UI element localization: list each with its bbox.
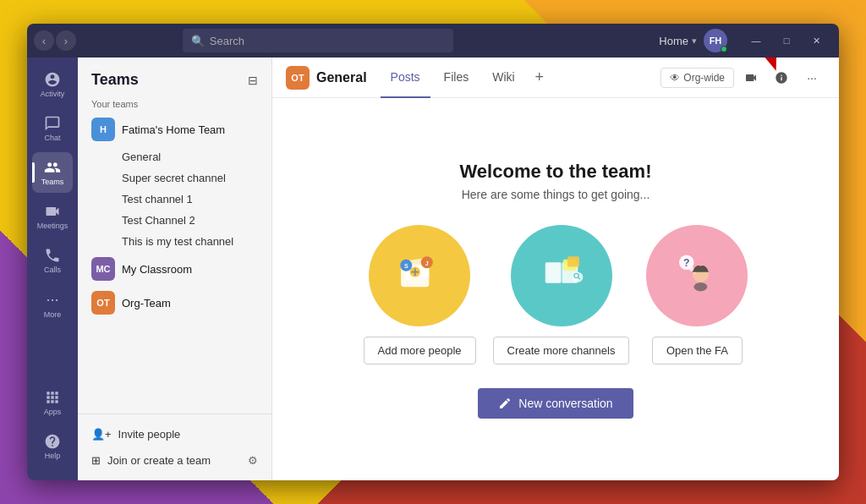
new-conversation-button[interactable]: New conversation bbox=[478, 388, 633, 419]
sidebar-item-calls[interactable]: Calls bbox=[32, 240, 73, 281]
add-tab-button[interactable]: + bbox=[529, 58, 551, 98]
sidebar-teams-label: Teams bbox=[41, 178, 64, 186]
channel-test-1[interactable]: Test channel 1 bbox=[78, 189, 271, 210]
active-indicator bbox=[32, 162, 35, 183]
add-people-card[interactable]: S J Add more people bbox=[364, 225, 476, 364]
sidebar-item-teams[interactable]: Teams bbox=[32, 152, 73, 193]
join-create-action[interactable]: ⊞ Join or create a team ⚙ bbox=[78, 447, 271, 474]
teams-bottom: 👤+ Invite people ⊞ Join or create a team… bbox=[78, 414, 271, 480]
chevron-down-icon: ▾ bbox=[692, 36, 697, 47]
open-fa-card[interactable]: ? Open the FA bbox=[646, 225, 748, 364]
team-classroom[interactable]: MC My Classroom ··· bbox=[78, 252, 271, 286]
action-cards: S J Add more people bbox=[364, 225, 748, 364]
invite-people-action[interactable]: 👤+ Invite people bbox=[78, 421, 271, 447]
add-more-people-button[interactable]: Add more people bbox=[364, 337, 476, 364]
tab-posts[interactable]: Posts bbox=[381, 58, 430, 98]
join-label: Join or create a team bbox=[107, 454, 211, 467]
org-wide-button[interactable]: 👁 Org-wide bbox=[660, 68, 734, 88]
close-button[interactable]: ✕ bbox=[802, 28, 832, 53]
sidebar-more-label: More bbox=[44, 310, 62, 319]
sidebar-chat-label: Chat bbox=[44, 134, 60, 142]
search-bar[interactable]: 🔍 Search bbox=[183, 29, 453, 52]
channel-header: OT General Posts Files Wiki + bbox=[272, 58, 839, 98]
info-button[interactable] bbox=[768, 64, 795, 91]
team-name-fatima: Fatima's Home Team bbox=[122, 123, 240, 136]
channel-name: General bbox=[316, 70, 367, 85]
home-button[interactable]: Home ▾ bbox=[659, 35, 697, 47]
teams-header: Teams ⊟ bbox=[78, 58, 271, 96]
tab-files[interactable]: Files bbox=[434, 58, 480, 98]
create-channels-illustration bbox=[511, 225, 612, 326]
nav-buttons: ‹ › bbox=[34, 30, 76, 51]
sidebar-apps-label: Apps bbox=[44, 408, 62, 416]
video-call-button[interactable] bbox=[737, 64, 765, 91]
avatar[interactable]: FH bbox=[704, 29, 727, 52]
welcome-subtitle: Here are some things to get going... bbox=[462, 188, 650, 201]
team-org[interactable]: OT Org-Team ··· bbox=[78, 286, 271, 320]
teams-panel: Teams ⊟ Your teams H Fatima's Home Team … bbox=[78, 58, 272, 480]
team-fatima[interactable]: H Fatima's Home Team ··· bbox=[78, 112, 271, 146]
svg-rect-15 bbox=[567, 256, 579, 266]
window-controls: — □ ✕ bbox=[741, 28, 832, 53]
content-area: OT General Posts Files Wiki + bbox=[272, 58, 839, 480]
sidebar-item-apps[interactable]: Apps bbox=[32, 382, 73, 423]
maximize-button[interactable]: □ bbox=[771, 28, 802, 53]
svg-text:S: S bbox=[404, 263, 408, 269]
search-placeholder: Search bbox=[210, 35, 244, 47]
sidebar-item-meetings[interactable]: Meetings bbox=[32, 196, 73, 237]
sidebar-calls-label: Calls bbox=[44, 266, 61, 274]
invite-label: Invite people bbox=[118, 428, 181, 441]
welcome-area: Welcome to the team! Here are some thing… bbox=[272, 98, 839, 480]
svg-rect-11 bbox=[545, 262, 561, 283]
titlebar: ‹ › 🔍 Search Home ▾ FH — □ ✕ bbox=[27, 24, 839, 58]
create-more-channels-button[interactable]: Create more channels bbox=[493, 337, 630, 364]
team-name-org: Org-Team bbox=[122, 297, 240, 310]
search-icon: 🔍 bbox=[191, 35, 205, 47]
channel-my-test[interactable]: This is my test channel bbox=[78, 231, 271, 252]
settings-icon[interactable]: ⚙ bbox=[248, 454, 258, 467]
presence-indicator bbox=[721, 46, 727, 52]
eye-icon: 👁 bbox=[670, 72, 680, 84]
channel-tabs: Posts Files Wiki + bbox=[381, 58, 551, 98]
channel-super-secret[interactable]: Super secret channel bbox=[78, 167, 271, 189]
open-fa-illustration: ? bbox=[646, 225, 748, 326]
sidebar-meetings-label: Meetings bbox=[37, 222, 69, 230]
minimize-button[interactable]: — bbox=[741, 28, 771, 53]
svg-text:?: ? bbox=[683, 256, 689, 268]
channel-test-2[interactable]: Test Channel 2 bbox=[78, 210, 271, 231]
team-avatar-fatima: H bbox=[91, 118, 115, 141]
sidebar-activity-label: Activity bbox=[41, 90, 65, 98]
channel-general[interactable]: General bbox=[78, 146, 271, 167]
team-avatar-classroom: MC bbox=[91, 257, 115, 281]
sidebar-item-more[interactable]: ··· More bbox=[32, 284, 73, 325]
welcome-title: Welcome to the team! bbox=[460, 161, 652, 183]
teams-title: Teams bbox=[91, 71, 139, 89]
main-area: Activity Chat Teams Meetings Calls ··· bbox=[27, 58, 839, 480]
invite-icon: 👤+ bbox=[91, 428, 112, 441]
add-people-illustration: S J bbox=[369, 225, 470, 326]
sidebar-item-help[interactable]: Help bbox=[32, 426, 73, 467]
svg-point-21 bbox=[694, 282, 708, 291]
sidebar-item-chat[interactable]: Chat bbox=[32, 108, 73, 149]
sidebar-bottom: Apps Help bbox=[32, 382, 73, 474]
header-actions: 👁 Org-wide ··· bbox=[660, 64, 825, 91]
team-name-classroom: My Classroom bbox=[122, 263, 240, 276]
channel-team-avatar: OT bbox=[286, 66, 310, 90]
team-avatar-org: OT bbox=[91, 291, 115, 315]
svg-text:J: J bbox=[425, 260, 429, 266]
filter-icon[interactable]: ⊟ bbox=[248, 74, 258, 87]
more-options-button[interactable]: ··· bbox=[798, 64, 825, 91]
forward-button[interactable]: › bbox=[56, 30, 76, 51]
icon-sidebar: Activity Chat Teams Meetings Calls ··· bbox=[27, 58, 78, 480]
back-button[interactable]: ‹ bbox=[34, 30, 54, 51]
create-channels-card[interactable]: Create more channels bbox=[493, 225, 630, 364]
sidebar-item-activity[interactable]: Activity bbox=[32, 64, 73, 105]
tab-wiki[interactable]: Wiki bbox=[482, 58, 524, 98]
teams-section-label: Your teams bbox=[78, 96, 271, 112]
join-icon: ⊞ bbox=[91, 454, 101, 467]
open-fa-button[interactable]: Open the FA bbox=[652, 337, 743, 364]
home-label: Home bbox=[659, 35, 688, 47]
app-window: ‹ › 🔍 Search Home ▾ FH — □ ✕ Activity bbox=[27, 24, 839, 480]
sidebar-help-label: Help bbox=[45, 452, 61, 460]
new-conversation-label: New conversation bbox=[518, 397, 612, 410]
